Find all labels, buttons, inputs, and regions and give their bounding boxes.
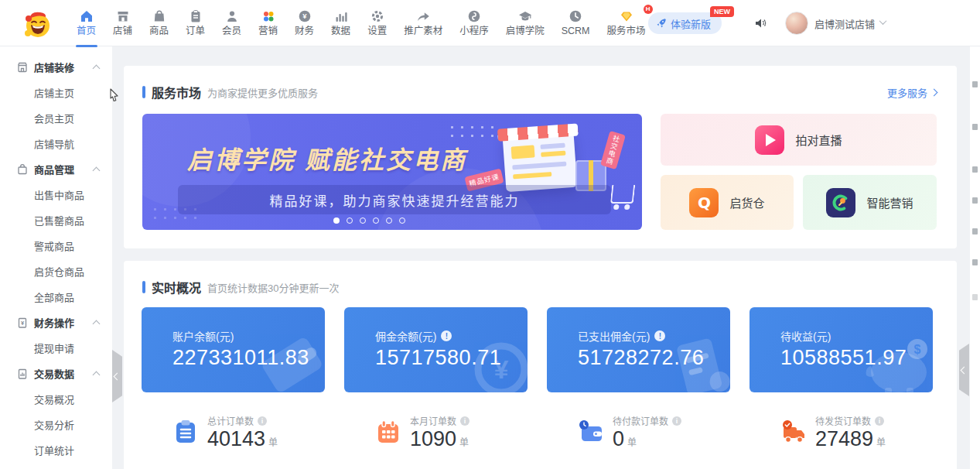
more-services-link[interactable]: 更多服务 [887,85,937,100]
wallet-clock-stat-icon [578,419,604,448]
nav-finance[interactable]: ¥ 财务 [286,0,323,46]
carousel-dot[interactable] [333,217,340,224]
sidebar-item-all-goods[interactable]: 全部商品 [0,284,112,310]
right-cutoff-panel [970,46,980,469]
nav-academy[interactable]: 启博学院 [497,0,553,46]
new-badge: NEW [710,6,734,17]
service-card-warehouse[interactable]: Q 启货仓 [661,175,794,230]
info-icon[interactable]: ! [441,330,452,341]
order-stat-month: 本月订单数i 1090单 [375,414,470,451]
account-name[interactable]: 启博测试店铺 [814,16,875,31]
stat-card-pending-income[interactable]: 待收益(元) 10588551.97 $ [750,307,933,392]
sidebar-item-shop-nav[interactable]: 店铺导航 [0,131,112,156]
service-market-panel: 服务市场 为商家提供更多优质服务 更多服务 精品好课 社交电商 启博学院 赋能社… [124,66,957,248]
carousel-dot[interactable] [347,217,353,224]
piggy-bank-watermark-icon: $ [859,332,933,392]
app-logo[interactable] [20,6,54,40]
shopping-bag-icon [152,9,166,23]
info-icon[interactable]: i [672,416,681,426]
banner-subtitle: 精品好课，助力商家快速提升经营能力 [270,190,520,210]
sidebar-item-alert-goods[interactable]: 警戒商品 [0,233,112,258]
wallet-watermark-icon [254,332,325,392]
sidebar-group-goods-management[interactable]: 商品管理 [0,156,112,182]
sidebar: 店铺装修 店铺主页 会员主页 店铺导航 商品管理 出售中商品 已售罄商品 警戒商… [0,46,112,469]
carousel-dot[interactable] [373,217,379,224]
carousel-dot[interactable] [399,217,405,224]
panel-subtitle: 首页统计数据30分钟更新一次 [207,280,339,295]
service-card-live[interactable]: 拍对直播 [661,114,937,166]
sidebar-item-sold-out-goods[interactable]: 已售罄商品 [0,207,112,233]
nav-promo-materials[interactable]: 推广素材 [395,0,451,46]
carousel-dots [142,217,596,224]
sidebar-item-member-home[interactable]: 会员主页 [0,105,112,131]
chevron-left-icon [114,372,121,380]
bar-chart-icon [334,9,348,23]
info-icon[interactable]: i [460,416,470,426]
nav-members[interactable]: 会员 [213,0,250,46]
banner-tag-right: 社交电商 [600,131,626,169]
chevron-up-icon[interactable] [93,320,101,328]
finance-operations-icon: ¥ [16,317,29,329]
order-stat-pending-payment: 待付款订单数i 0单 [578,414,681,451]
smart-marketing-icon [826,188,855,217]
store-icon [116,9,130,23]
svg-text:¥: ¥ [494,354,509,384]
warehouse-home-icon: Q [689,188,719,217]
nav-orders[interactable]: 订单 [177,0,213,46]
clock-icon [569,9,582,23]
sidebar-group-finance-operations[interactable]: ¥ 财务操作 [0,310,112,335]
nav-service-market[interactable]: 服务市场 H [599,0,654,46]
graduation-cap-icon [518,9,532,23]
stat-value: 1090 [410,427,456,450]
panel-title: 服务市场 [152,83,201,101]
sidebar-item-withdrawal-request[interactable]: 提现申请 [0,335,112,361]
volume-icon[interactable] [754,17,767,29]
order-stat-pending-shipment: 待发货订单数i 27489单 [780,414,886,451]
nav-marketing[interactable]: 营销 [250,0,286,46]
sidebar-group-shop-decoration[interactable]: 店铺装修 [0,54,112,80]
try-new-version-button[interactable]: 体验新版 NEW [648,12,722,34]
nav-store[interactable]: 店铺 [104,0,141,46]
academy-banner[interactable]: 精品好课 社交电商 启博学院 赋能社交电商 精品好课，助力商家快速提升经营能力 [142,114,642,230]
sidebar-item-on-sale-goods[interactable]: 出售中商品 [0,182,112,207]
sidebar-group-trade-data[interactable]: 交易数据 [0,361,112,386]
mini-program-icon [467,9,481,23]
nav-mini-program[interactable]: 小程序 [451,0,497,46]
clipboard-icon [189,9,203,23]
right-panel-collapse-handle[interactable] [959,344,969,396]
sidebar-item-trade-analysis[interactable]: 交易分析 [0,412,112,437]
chevron-up-icon[interactable] [93,167,101,175]
gem-icon [620,9,633,23]
carousel-dot[interactable] [360,217,366,224]
banner-subtitle-band: 精品好课，助力商家快速提升经营能力 [178,185,611,214]
storefront-graphic [503,132,578,192]
chevron-down-icon[interactable] [879,17,887,25]
nav-home[interactable]: 首页 [68,0,104,46]
stat-value: 40143 [207,427,265,450]
nav-data[interactable]: 数据 [323,0,359,46]
info-icon[interactable]: i [258,416,267,426]
chevron-up-icon[interactable] [93,65,101,73]
nav-settings[interactable]: 设置 [359,0,395,46]
carousel-dot[interactable] [386,217,392,224]
sidebar-collapse-handle[interactable] [112,350,122,402]
receipt-watermark-icon [664,332,730,392]
avatar[interactable] [785,12,808,35]
banner-title: 启博学院 赋能社交电商 [187,140,467,176]
person-icon [225,9,239,23]
chevron-up-icon[interactable] [93,371,101,379]
sidebar-item-trade-overview[interactable]: 交易概况 [0,386,112,412]
rocket-icon [656,18,667,29]
stat-card-paid-commission[interactable]: 已支出佣金(元)! 51728272.76 [547,307,730,392]
stat-card-account-balance[interactable]: 账户余额(元) 227331011.83 [142,307,325,392]
sidebar-item-warehouse-goods[interactable]: 启货仓商品 [0,258,112,284]
info-icon[interactable]: i [875,416,884,426]
nav-scrm[interactable]: SCRM [553,0,599,46]
sidebar-item-shop-home[interactable]: 店铺主页 [0,80,112,105]
sidebar-item-order-statistics[interactable]: 订单统计 [0,437,112,463]
chevron-left-icon [961,366,968,374]
truck-check-stat-icon [780,419,807,448]
nav-goods[interactable]: 商品 [141,0,177,46]
stat-card-commission-balance[interactable]: 佣金余额(元)! 15717580.71 ¥ [344,307,528,392]
service-card-smart-marketing[interactable]: 智能营销 [803,175,937,230]
